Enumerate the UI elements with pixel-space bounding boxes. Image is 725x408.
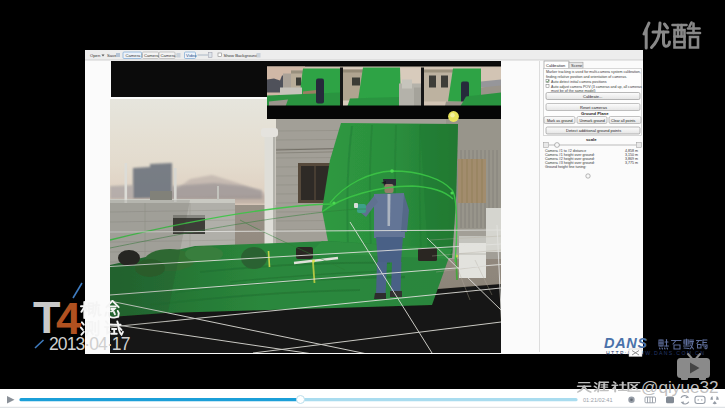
svg-text:Video: Video [186, 53, 197, 58]
svg-text:3,775 m: 3,775 m [625, 161, 638, 165]
svg-text:HTTP://WWW.DANS.COM.CN: HTTP://WWW.DANS.COM.CN [606, 350, 705, 356]
svg-text:Calibration: Calibration [546, 63, 565, 68]
svg-text:@qiyue32: @qiyue32 [641, 377, 719, 397]
svg-text:Auto detect initial camera pos: Auto detect initial camera positions [551, 80, 607, 84]
svg-text:Clear all points: Clear all points [611, 119, 636, 123]
svg-text:must be of the same model): must be of the same model) [551, 89, 596, 93]
svg-text:01:21/02:41: 01:21/02:41 [583, 397, 613, 403]
svg-text:Camera 1: Camera 1 [126, 53, 145, 58]
svg-text:Detect additional ground point: Detect additional ground points [566, 128, 621, 133]
svg-text:Ground height fine tuning:: Ground height fine tuning: [545, 165, 586, 169]
svg-text:Save: Save [107, 53, 117, 58]
svg-text:Show Background: Show Background [224, 53, 259, 58]
svg-text:Marker tracking is used for mu: Marker tracking is used for multi-camera… [546, 70, 641, 74]
svg-text:Reset cameras: Reset cameras [580, 105, 607, 110]
svg-text:Mark as ground: Mark as ground [547, 119, 573, 123]
svg-text:Scene: Scene [571, 63, 583, 68]
svg-text:scale: scale [586, 137, 597, 142]
svg-text:Ground Plane: Ground Plane [581, 111, 609, 116]
svg-text:finding relative position and: finding relative position and orientatio… [546, 75, 627, 79]
svg-text:2013·04·17: 2013·04·17 [49, 334, 130, 354]
svg-text:Unmark ground: Unmark ground [580, 119, 605, 123]
svg-text:Open: Open [90, 53, 101, 58]
svg-text:Calibrate...: Calibrate... [583, 94, 602, 99]
